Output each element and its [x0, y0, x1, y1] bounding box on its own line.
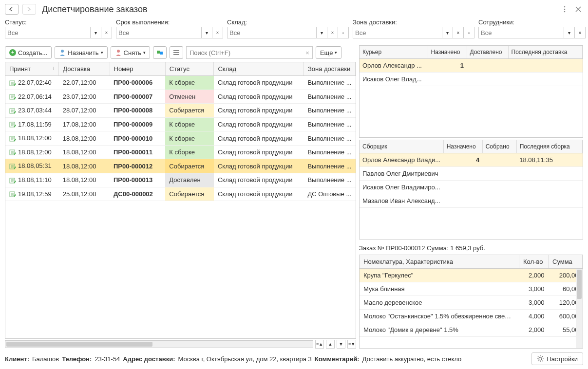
table-row[interactable]: Масло деревенское3,000120,00 [360, 296, 583, 310]
filter-staff-select[interactable] [478, 27, 564, 38]
table-row[interactable]: 18.08,12:0018.08,12:00ПР00-000011К сборк… [5, 145, 356, 159]
table-row[interactable]: Исаков Олег Владимиро... [360, 181, 583, 194]
table-row[interactable]: Мука блинная3,00060,00 [360, 282, 583, 296]
couriers-col-last[interactable]: Последняя доставка [508, 46, 583, 59]
assign-button[interactable]: Назначить ▾ [55, 46, 107, 59]
table-row[interactable]: Мазалов Иван Александ... [360, 194, 583, 208]
scroll-bottom-button[interactable]: ≡▼ [347, 340, 356, 349]
table-row[interactable]: 19.08,12:5925.08,12:00ДС00-000002Собирае… [5, 187, 356, 201]
couriers-col-delivered[interactable]: Доставлено [467, 46, 508, 59]
footer-comment-label: Комментарий: [315, 355, 360, 363]
items-col-name[interactable]: Номеклатура, Характеристика [360, 255, 519, 269]
filter-warehouse-select[interactable] [227, 27, 317, 38]
svg-rect-8 [173, 52, 179, 53]
cell-accepted: 19.08,12:59 [5, 187, 59, 201]
cell-assigned [428, 73, 467, 86]
close-icon [575, 6, 581, 12]
filter-zone-dropdown-button[interactable]: ▾ [442, 27, 453, 38]
orders-col-status[interactable]: Статус [165, 62, 214, 76]
couriers-col-name[interactable]: Курьер [360, 46, 428, 59]
cell-zone: Выполнение ... [303, 90, 355, 104]
filter-warehouse-dropdown-button[interactable]: ▾ [317, 27, 327, 38]
close-button[interactable] [573, 4, 583, 14]
filter-due-clear-button[interactable]: × [212, 27, 223, 38]
unassign-button[interactable]: Снять ▾ [111, 46, 150, 59]
table-row[interactable]: 22.07,02:4022.07,12:00ПР00-000006К сборк… [5, 76, 356, 90]
orders-col-delivery[interactable]: Доставка [59, 62, 110, 76]
filter-staff-clear-button[interactable]: × [575, 27, 586, 38]
packers-col-collected[interactable]: Собрано [482, 140, 516, 153]
scroll-thumb[interactable] [6, 342, 152, 347]
arrow-right-icon [26, 7, 32, 12]
chevron-down-icon: ▾ [335, 50, 337, 55]
nav-back-button[interactable] [5, 4, 19, 15]
settings-button[interactable]: Настройки [531, 352, 583, 365]
couriers-col-assigned[interactable]: Назначено [428, 46, 467, 59]
svg-rect-5 [157, 51, 160, 54]
filter-zone-open-button[interactable]: ▫ [464, 27, 474, 38]
table-row[interactable]: Орлов Александр Влади...418.08,11:35 [360, 153, 583, 167]
orders-col-warehouse[interactable]: Склад [214, 62, 303, 76]
filter-warehouse-clear-button[interactable]: × [327, 27, 338, 38]
person-remove-icon [115, 49, 122, 56]
cell-zone: Выполнение ... [303, 145, 355, 159]
kebab-menu-button[interactable] [560, 4, 569, 14]
settings-label: Настройки [547, 355, 578, 363]
scroll-down-button[interactable]: ▼ [337, 340, 345, 349]
table-row[interactable]: 18.08,11:1018.08,12:00ПР00-000013Доставл… [5, 173, 356, 187]
table-row[interactable]: 22.07,06:1423.07,12:00ПР00-000007Отменен… [5, 90, 356, 104]
items-col-qty[interactable]: Кол-во [519, 255, 549, 269]
orders-col-zone[interactable]: Зона доставки [303, 62, 355, 76]
scroll-up-button[interactable]: ▲ [326, 340, 335, 349]
nav-forward-button[interactable] [22, 4, 36, 15]
filter-warehouse-open-button[interactable]: ▫ [338, 27, 349, 38]
table-row[interactable]: Павлов Олег Дмитриевич [360, 167, 583, 181]
list-icon [173, 49, 180, 56]
filter-zone-select[interactable] [353, 27, 442, 38]
cell-collected [482, 153, 516, 167]
filter-staff-dropdown-button[interactable]: ▾ [564, 27, 575, 38]
table-row[interactable]: 18.08,05:3118.08,12:00ПР00-000012Собирае… [5, 159, 356, 173]
packers-col-assigned[interactable]: Назначено [443, 140, 482, 153]
table-row[interactable]: Крупа "Геркулес"2,000200,00 [360, 269, 583, 282]
cell-qty: 2,000 [519, 323, 549, 337]
orders-col-number[interactable]: Номер [110, 62, 165, 76]
table-row[interactable]: Молоко "Останкинское" 1.5% обезжиренное … [360, 310, 583, 323]
table-row[interactable]: 18.08,12:0018.08,12:00ПР00-000010К сборк… [5, 131, 356, 146]
table-row[interactable]: 23.07,03:4428.07,12:00ПР00-000008Собирае… [5, 104, 356, 118]
filter-zone-clear-button[interactable]: × [453, 27, 464, 38]
cell-collected [482, 181, 516, 194]
table-row[interactable]: 17.08,11:5917.08,12:00ПР00-000009К сборк… [5, 117, 356, 131]
cell-status: Доставлен [165, 173, 214, 187]
filter-status-select[interactable] [5, 27, 91, 38]
orders-hscroll[interactable] [5, 340, 313, 348]
scroll-top-button[interactable]: ≡▲ [315, 340, 324, 349]
more-button[interactable]: Еще ▾ [316, 46, 341, 59]
table-row[interactable]: Орлов Александр ...1 [360, 59, 583, 73]
svg-line-25 [542, 361, 543, 362]
items-col-sum[interactable]: Сумма [549, 255, 583, 269]
items-vscroll[interactable] [576, 269, 583, 348]
create-button[interactable]: + Создать... [5, 46, 52, 59]
search-input[interactable] [190, 49, 303, 56]
packers-col-last[interactable]: Последняя сборка [516, 140, 582, 153]
config-button[interactable] [170, 46, 183, 59]
cell-warehouse: Склад готовой продукции [214, 159, 303, 173]
search-clear-button[interactable]: × [305, 49, 309, 56]
packers-col-name[interactable]: Сборщик [360, 140, 443, 153]
cell-accepted: 17.08,11:59 [5, 117, 59, 131]
cell-status: К сборке [165, 117, 214, 131]
table-row[interactable]: Молоко "Домик в деревне" 1.5%2,00055,00 [360, 323, 583, 337]
svg-point-3 [61, 50, 64, 53]
filter-due-select[interactable] [116, 27, 202, 38]
filter-status-dropdown-button[interactable]: ▾ [91, 27, 101, 38]
cell-collected [482, 194, 516, 208]
cell-item-name: Молоко "Домик в деревне" 1.5% [360, 323, 519, 337]
filter-status-clear-button[interactable]: × [101, 27, 112, 38]
refresh-button[interactable] [153, 46, 167, 59]
scroll-thumb[interactable] [577, 270, 582, 299]
orders-col-accepted[interactable]: Принят↓ [5, 62, 59, 76]
cell-packer-name: Орлов Александр Влади... [360, 153, 443, 167]
filter-due-dropdown-button[interactable]: ▾ [202, 27, 212, 38]
table-row[interactable]: Исаков Олег Влад... [360, 73, 583, 86]
